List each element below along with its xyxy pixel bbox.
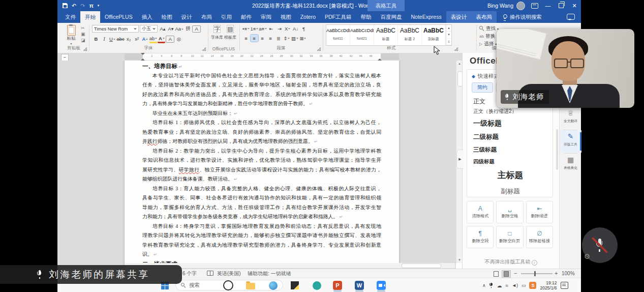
settings-gear-icon[interactable]: ⚙: [582, 252, 592, 261]
minimize-button[interactable]: —: [541, 0, 555, 11]
close-button[interactable]: ✕: [568, 0, 581, 11]
text-highlight-button[interactable]: ab: [149, 35, 158, 43]
bullets-button[interactable]: •≡: [242, 25, 250, 32]
phonetic-guide-button[interactable]: 拼: [184, 25, 192, 33]
shrink-font-button[interactable]: A▾: [167, 25, 175, 33]
tray-volume-icon[interactable]: ◄): [512, 283, 518, 288]
browser-taskbar-icon[interactable]: [267, 279, 279, 291]
text-effects-button[interactable]: A: [141, 36, 149, 43]
char-shading-button[interactable]: A: [166, 36, 174, 43]
tab-OfficePLUS[interactable]: OfficePLUS: [100, 11, 137, 23]
style-item-主标题[interactable]: 主标题: [473, 167, 547, 184]
undo-icon[interactable]: ↶: [72, 3, 76, 9]
paste-button[interactable]: 粘贴 ▾: [63, 25, 80, 45]
restore-button[interactable]: [555, 0, 568, 11]
font-library-button[interactable]: 字 字体库: [210, 24, 224, 40]
tencent-meeting-taskbar-icon[interactable]: [375, 279, 387, 291]
avatar[interactable]: [516, 2, 525, 10]
font-size-combobox[interactable]: 小五: [140, 25, 158, 33]
circle-app-taskbar-icon[interactable]: [222, 279, 234, 291]
subscript-button[interactable]: x₂: [125, 36, 133, 43]
word-taskbar-icon[interactable]: W: [353, 279, 365, 291]
horizontal-ruler[interactable]: 2468101214161820222426283032343638404244…: [125, 53, 399, 60]
tab-表设计[interactable]: 表设计: [446, 11, 472, 23]
justify-button[interactable]: ≡: [267, 35, 274, 42]
sticky-notes-taskbar-icon[interactable]: [289, 279, 301, 291]
print-layout-button[interactable]: [502, 270, 511, 278]
align-center-button[interactable]: ≡: [251, 35, 258, 42]
copy-icon[interactable]: ▣: [81, 32, 85, 37]
tab-NoteExpress[interactable]: NoteExpress: [407, 11, 446, 23]
pane-scroll-thumb[interactable]: [556, 129, 558, 170]
styles-gallery-scroll[interactable]: ▲▼≡: [446, 25, 451, 45]
full-text-translate-button[interactable]: ♕全文翻译: [560, 107, 581, 129]
style-chip-font11[interactable]: AaBbCcDdEfont11: [326, 25, 350, 44]
left-indent-marker[interactable]: [141, 56, 145, 61]
tell-me-search[interactable]: 操作说明搜索: [503, 11, 542, 23]
tab-Zotero[interactable]: Zotero: [296, 11, 320, 23]
qat-customize-icon[interactable]: ▾: [98, 4, 100, 8]
grow-font-button[interactable]: A▴: [159, 25, 167, 33]
font-color-button[interactable]: A: [158, 35, 165, 43]
style-chip-标题[interactable]: AaBbC标题: [374, 25, 398, 44]
style-item-一级标题[interactable]: 一级标题: [473, 116, 547, 130]
show-marks-button[interactable]: ¶: [300, 25, 308, 32]
strikethrough-button[interactable]: abc: [117, 36, 125, 43]
tray-cloud-icon[interactable]: ☁: [497, 283, 502, 288]
tab-设计[interactable]: 设计: [177, 11, 197, 23]
zoom-out-button[interactable]: −: [514, 269, 517, 278]
tab-视图[interactable]: 视图: [276, 11, 296, 23]
styles-dialog-launcher[interactable]: [454, 47, 458, 51]
align-right-button[interactable]: ≡: [259, 35, 266, 42]
remove-hyperlinks-button[interactable]: ∅移除超链接: [526, 226, 553, 248]
tray-chevron-icon[interactable]: ∧: [482, 283, 486, 288]
presenter-video-tile[interactable]: 刘海老师: [497, 29, 634, 108]
decrease-indent-button[interactable]: ⇤: [267, 25, 275, 32]
character-border-button[interactable]: A: [192, 25, 201, 33]
tab-绘图[interactable]: 绘图: [157, 11, 177, 23]
account-area[interactable]: Bing Wang: [487, 0, 525, 11]
tab-帮助[interactable]: 帮助: [356, 11, 376, 23]
layout-tools-button[interactable]: ✎排版工具: [560, 130, 581, 153]
multilevel-list-button[interactable]: a≡: [259, 25, 267, 32]
horizontal-scroll-thumb[interactable]: [402, 264, 441, 268]
document-page[interactable]: 一、培养目标↵本专业以习近平新时代中国特色社会主义思想为指导，全面贯彻党的教育方…: [125, 61, 399, 267]
cut-icon[interactable]: ✂: [81, 25, 85, 31]
accessibility-status[interactable]: 辅助功能: 一切就绪: [248, 269, 291, 278]
underline-button[interactable]: U: [109, 36, 116, 43]
file-explorer-taskbar-icon[interactable]: [244, 279, 257, 291]
tray-input-badge[interactable]: S: [529, 282, 536, 289]
clear-format-button[interactable]: A清除格式: [467, 201, 494, 223]
delete-empty-paragraphs-button[interactable]: ¶删除空段: [467, 226, 494, 248]
sort-button[interactable]: A↓: [292, 25, 299, 32]
find-button[interactable]: 查找▾: [479, 25, 499, 32]
shading-button[interactable]: ▨: [291, 35, 299, 42]
tab-表布局[interactable]: 表布局: [471, 11, 497, 23]
tab-开始[interactable]: 开始: [80, 11, 100, 23]
asian-layout-button[interactable]: X: [284, 25, 291, 32]
tab-插入[interactable]: 插入: [137, 11, 157, 23]
table-beautify-button[interactable]: ▦表格美化: [560, 154, 581, 176]
italic-button[interactable]: I: [101, 36, 108, 43]
tab-文件[interactable]: 文件: [60, 11, 80, 23]
tray-mic-icon[interactable]: [489, 283, 494, 288]
style-item-副标题[interactable]: 副标题: [473, 184, 547, 198]
delete-indent-button[interactable]: ⇤删除缩进: [526, 201, 553, 223]
save-icon[interactable]: [63, 3, 68, 8]
redo-icon[interactable]: ↷: [80, 3, 85, 9]
template-library-button[interactable]: ▤ 模板库: [224, 24, 237, 40]
format-painter-icon[interactable]: ◪: [81, 38, 85, 43]
tray-clock[interactable]: 19:12 2025/1/6: [540, 280, 557, 290]
contacts-app-taskbar-icon[interactable]: [311, 279, 323, 291]
clipboard-dialog-launcher[interactable]: [83, 47, 87, 51]
proofing-icon[interactable]: [207, 269, 213, 278]
bold-button[interactable]: B: [93, 36, 100, 43]
powerpoint-taskbar-icon[interactable]: P: [331, 279, 344, 291]
font-dialog-launcher[interactable]: [202, 47, 206, 51]
comments-icon[interactable]: [567, 14, 575, 20]
zoom-in-button[interactable]: +: [555, 269, 558, 278]
delete-blank-pages-button[interactable]: □删除空白页: [496, 226, 523, 248]
font-name-combobox[interactable]: Times New Rom: [92, 25, 139, 33]
tray-ime-icon[interactable]: ▭: [522, 283, 526, 288]
zoom-slider[interactable]: [521, 273, 553, 274]
